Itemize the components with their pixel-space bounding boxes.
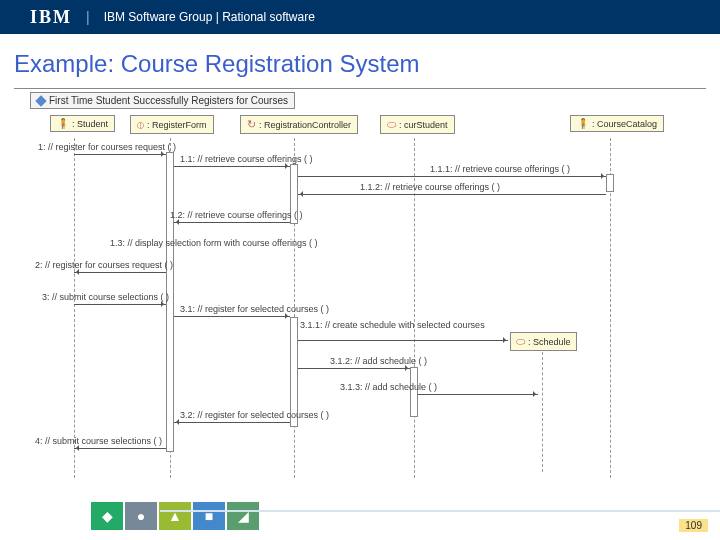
arrow-icon [298, 340, 508, 341]
activation-bar [166, 152, 174, 452]
message-label: 2: // register for courses request ( ) [35, 260, 173, 270]
message-label: 3.2: // register for selected courses ( … [180, 410, 329, 420]
lifeline [542, 352, 543, 472]
actor-icon [577, 118, 589, 129]
created-object-schedule: : Schedule [510, 332, 577, 351]
message-label: 3.1.1: // create schedule with selected … [300, 320, 485, 330]
arrow-icon [74, 448, 166, 449]
diamond-icon [35, 95, 46, 106]
message-label: 1.1.2: // retrieve course offerings ( ) [360, 182, 500, 192]
page-number: 109 [679, 519, 708, 532]
header-bar: IBM | IBM Software Group | Rational soft… [0, 0, 720, 34]
message-label: 4: // submit course selections ( ) [35, 436, 162, 446]
footer-tiles: ◆ ● ▲ ■ ◢ [90, 502, 260, 540]
control-icon [247, 118, 256, 131]
arrow-icon [174, 316, 290, 317]
diagram-frame-title: First Time Student Successfully Register… [30, 92, 295, 109]
entity-icon [387, 118, 396, 131]
footer-tile-icon: ● [125, 502, 157, 530]
slide-title: Example: Course Registration System [14, 50, 720, 78]
message-label: 1: // register for courses request ( ) [38, 142, 176, 152]
participant-registrationcontroller: : RegistrationController [240, 115, 358, 134]
footer-tile-icon: ▲ [159, 502, 191, 530]
title-rule [14, 88, 706, 89]
arrow-icon [174, 166, 290, 167]
message-label: 1.1.1: // retrieve course offerings ( ) [430, 164, 570, 174]
activation-bar [410, 367, 418, 417]
header-text: IBM Software Group | Rational software [104, 10, 315, 24]
participant-registerform: : RegisterForm [130, 115, 214, 134]
ibm-logo: IBM [30, 7, 72, 28]
message-label: 3.1.2: // add schedule ( ) [330, 356, 427, 366]
arrow-icon [174, 422, 290, 423]
arrow-icon [174, 222, 290, 223]
participant-student: : Student [50, 115, 115, 132]
boundary-icon [137, 118, 144, 131]
participant-coursecatalog: : CourseCatalog [570, 115, 664, 132]
arrow-icon [418, 394, 538, 395]
arrow-icon [298, 176, 606, 177]
participant-curstudent: : curStudent [380, 115, 455, 134]
participants-row: : Student : RegisterForm : RegistrationC… [30, 115, 700, 139]
message-label: 3.1.3: // add schedule ( ) [340, 382, 437, 392]
arrow-icon [74, 154, 166, 155]
message-label: 1.1: // retrieve course offerings ( ) [180, 154, 312, 164]
footer-tile-icon: ■ [193, 502, 225, 530]
arrow-icon [74, 272, 166, 273]
sequence-diagram: First Time Student Successfully Register… [30, 92, 700, 472]
footer-tile-icon: ◢ [227, 502, 259, 530]
message-label: 3: // submit course selections ( ) [42, 292, 169, 302]
message-label: 1.3: // display selection form with cour… [110, 238, 317, 248]
activation-bar [606, 174, 614, 192]
entity-icon [516, 335, 525, 348]
lifeline [74, 138, 75, 478]
header-divider: | [86, 9, 90, 25]
message-label: 1.2: // retrieve course offerings ( ) [170, 210, 302, 220]
footer: ◆ ● ▲ ■ ◢ 109 [0, 502, 720, 540]
actor-icon [57, 118, 69, 129]
arrow-icon [298, 194, 606, 195]
arrow-icon [74, 304, 166, 305]
message-label: 3.1: // register for selected courses ( … [180, 304, 329, 314]
arrow-icon [298, 368, 410, 369]
frame-title-text: First Time Student Successfully Register… [49, 95, 288, 106]
footer-rule [160, 510, 720, 512]
footer-tile-icon: ◆ [91, 502, 123, 530]
